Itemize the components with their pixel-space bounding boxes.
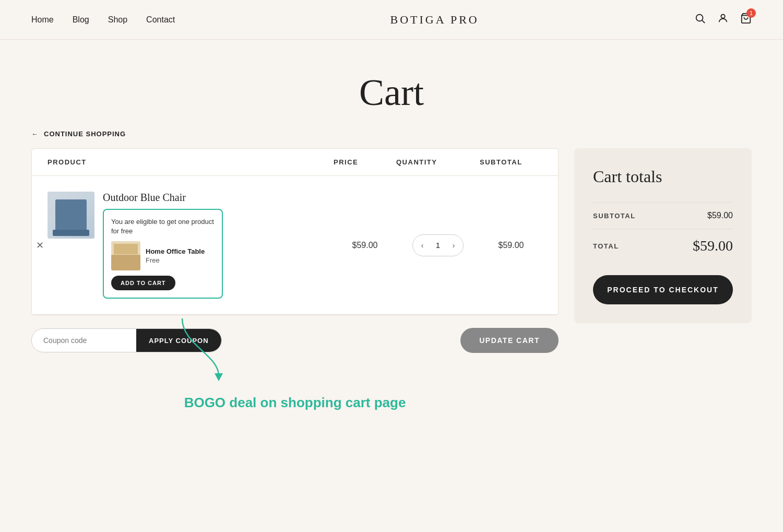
nav-links: Home Blog Shop Contact bbox=[31, 15, 175, 25]
subtotal-value: $59.00 bbox=[707, 211, 733, 220]
col-product: PRODUCT bbox=[48, 158, 334, 166]
svg-marker-4 bbox=[215, 373, 223, 381]
subtotal-label: SUBTOTAL bbox=[593, 212, 636, 220]
chair-image bbox=[48, 192, 94, 239]
quantity-control: ‹ 1 › bbox=[412, 234, 464, 256]
cart-count-badge: 1 bbox=[746, 8, 756, 18]
continue-shopping-label: CONTINUE SHOPPING bbox=[44, 130, 126, 138]
bogo-popup: You are eligible to get one product for … bbox=[103, 209, 223, 299]
bogo-product-name: Home Office Table bbox=[146, 247, 205, 255]
cart-button[interactable]: 1 bbox=[740, 13, 752, 27]
product-info: Outdoor Blue Chair You are eligible to g… bbox=[103, 192, 223, 299]
nav-shop[interactable]: Shop bbox=[108, 15, 127, 25]
bogo-annotation: BOGO deal on shopping cart page bbox=[31, 395, 559, 427]
cart-totals: Cart totals SUBTOTAL $59.00 TOTAL $59.00… bbox=[574, 148, 752, 323]
svg-line-1 bbox=[702, 20, 705, 23]
cart-table-header: PRODUCT PRICE QUANTITY SUBTOTAL bbox=[32, 149, 558, 176]
bogo-annotation-text: BOGO deal on shopping cart page bbox=[184, 395, 406, 410]
col-subtotal: SUBTOTAL bbox=[480, 158, 542, 166]
page-title-section: Cart bbox=[0, 40, 783, 130]
user-icon bbox=[717, 13, 729, 24]
cart-bottom: APPLY COUPON UPDATE CART bbox=[31, 315, 559, 353]
subtotal-row: SUBTOTAL $59.00 bbox=[593, 202, 733, 229]
nav-blog[interactable]: Blog bbox=[73, 15, 89, 25]
bogo-eligible-text: You are eligible to get one product for … bbox=[111, 217, 215, 236]
search-icon bbox=[694, 13, 706, 24]
col-price: PRICE bbox=[334, 158, 396, 166]
total-value: $59.00 bbox=[693, 238, 733, 254]
page-title: Cart bbox=[0, 71, 783, 114]
qty-value: 1 bbox=[433, 241, 443, 250]
remove-item-button[interactable]: ✕ bbox=[36, 241, 44, 250]
apply-coupon-button[interactable]: APPLY COUPON bbox=[136, 329, 221, 352]
table-row: ✕ Outdoor Blue Chair You are eligible to… bbox=[32, 176, 558, 315]
proceed-to-checkout-button[interactable]: PROCEED TO CHECKOUT bbox=[593, 275, 733, 304]
search-button[interactable] bbox=[694, 13, 706, 27]
svg-point-2 bbox=[721, 15, 725, 18]
quantity-cell: ‹ 1 › bbox=[396, 234, 480, 256]
product-cell: ✕ Outdoor Blue Chair You are eligible to… bbox=[48, 192, 334, 299]
bogo-product: Home Office Table Free bbox=[111, 241, 215, 270]
bogo-product-details: Home Office Table Free bbox=[146, 247, 205, 264]
cart-table: PRODUCT PRICE QUANTITY SUBTOTAL ✕ Outdoo… bbox=[31, 148, 559, 315]
navbar: Home Blog Shop Contact BOTIGA PRO 1 bbox=[0, 0, 783, 40]
update-cart-button[interactable]: UPDATE CART bbox=[460, 328, 559, 353]
bogo-product-price: Free bbox=[146, 256, 205, 264]
product-image bbox=[48, 192, 94, 239]
nav-home[interactable]: Home bbox=[31, 15, 54, 25]
price-cell: $59.00 bbox=[334, 241, 396, 250]
continue-shopping-link[interactable]: ← CONTINUE SHOPPING bbox=[0, 130, 783, 148]
bogo-product-image bbox=[111, 241, 140, 270]
coupon-form: APPLY COUPON bbox=[31, 328, 222, 352]
main-content: PRODUCT PRICE QUANTITY SUBTOTAL ✕ Outdoo… bbox=[0, 148, 783, 458]
account-button[interactable] bbox=[717, 13, 729, 27]
nav-contact[interactable]: Contact bbox=[146, 15, 175, 25]
brand-logo[interactable]: BOTIGA PRO bbox=[390, 13, 479, 27]
total-label: TOTAL bbox=[593, 242, 619, 250]
col-quantity: QUANTITY bbox=[396, 158, 480, 166]
nav-icons: 1 bbox=[694, 13, 752, 27]
qty-increase-button[interactable]: › bbox=[446, 238, 461, 253]
cart-section: PRODUCT PRICE QUANTITY SUBTOTAL ✕ Outdoo… bbox=[31, 148, 559, 427]
product-name: Outdoor Blue Chair bbox=[103, 192, 223, 204]
svg-point-0 bbox=[696, 15, 703, 21]
qty-decrease-button[interactable]: ‹ bbox=[415, 238, 430, 253]
arrow-left-icon: ← bbox=[31, 130, 39, 138]
bogo-add-to-cart-button[interactable]: ADD TO CART bbox=[111, 276, 175, 290]
cart-totals-title: Cart totals bbox=[593, 167, 733, 186]
total-row: TOTAL $59.00 bbox=[593, 229, 733, 263]
subtotal-cell: $59.00 bbox=[480, 241, 542, 250]
coupon-input[interactable] bbox=[32, 329, 136, 352]
